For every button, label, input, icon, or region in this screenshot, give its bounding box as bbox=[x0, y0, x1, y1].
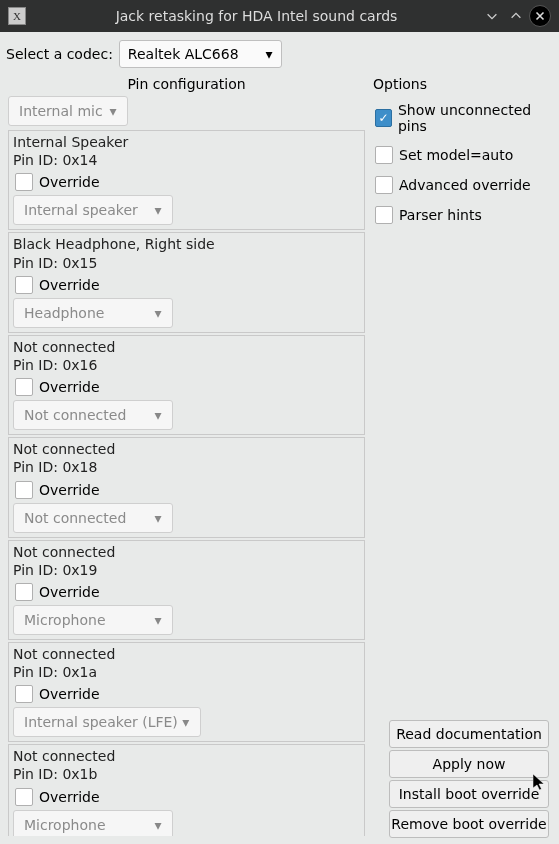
pin-id: Pin ID: 0x15 bbox=[13, 254, 360, 272]
chevron-down-icon: ▾ bbox=[150, 817, 166, 833]
pin-name: Not connected bbox=[13, 440, 360, 458]
override-row: Override bbox=[13, 579, 360, 605]
option-row: Advanced override bbox=[373, 170, 555, 200]
pin-select[interactable]: Not connected▾ bbox=[13, 503, 173, 533]
chevron-down-icon: ▾ bbox=[150, 407, 166, 423]
pin-id: Pin ID: 0x1b bbox=[13, 765, 360, 783]
install-override-button[interactable]: Install boot override bbox=[389, 780, 549, 808]
pin-name: Not connected bbox=[13, 338, 360, 356]
override-row: Override bbox=[13, 477, 360, 503]
override-checkbox[interactable] bbox=[15, 481, 33, 499]
pin-select[interactable]: Headphone▾ bbox=[13, 298, 173, 328]
remove-override-button[interactable]: Remove boot override bbox=[389, 810, 549, 838]
chevron-down-icon: ▾ bbox=[150, 305, 166, 321]
chevron-down-icon bbox=[485, 9, 499, 23]
option-checkbox[interactable] bbox=[375, 146, 393, 164]
pin-box: Not connectedPin ID: 0x1bOverrideMicroph… bbox=[8, 744, 365, 836]
pin-select-prev[interactable]: Internal mic ▾ bbox=[8, 96, 128, 126]
options-title: Options bbox=[373, 76, 555, 96]
content-area: Select a codec: Realtek ALC668 ▾ Pin con… bbox=[0, 32, 559, 844]
codec-row: Select a codec: Realtek ALC668 ▾ bbox=[4, 36, 555, 76]
option-label: Parser hints bbox=[399, 207, 482, 223]
chevron-down-icon: ▾ bbox=[150, 510, 166, 526]
option-row: Show unconnected pins bbox=[373, 96, 555, 140]
override-label: Override bbox=[39, 277, 100, 293]
pin-box: Not connectedPin ID: 0x19OverrideMicroph… bbox=[8, 540, 365, 640]
option-checkbox[interactable] bbox=[375, 206, 393, 224]
pin-id: Pin ID: 0x1a bbox=[13, 663, 360, 681]
option-row: Parser hints bbox=[373, 200, 555, 230]
override-row: Override bbox=[13, 681, 360, 707]
chevron-down-icon: ▾ bbox=[150, 202, 166, 218]
override-row: Override bbox=[13, 374, 360, 400]
option-label: Advanced override bbox=[399, 177, 531, 193]
pin-select[interactable]: Internal speaker (LFE)▾ bbox=[13, 707, 201, 737]
override-checkbox[interactable] bbox=[15, 583, 33, 601]
pin-name: Not connected bbox=[13, 543, 360, 561]
close-button[interactable] bbox=[529, 5, 551, 27]
pin-id: Pin ID: 0x14 bbox=[13, 151, 360, 169]
pin-id: Pin ID: 0x19 bbox=[13, 561, 360, 579]
pin-select[interactable]: Microphone▾ bbox=[13, 810, 173, 836]
pin-box: Internal SpeakerPin ID: 0x14OverrideInte… bbox=[8, 130, 365, 230]
pin-config-title: Pin configuration bbox=[4, 76, 369, 96]
override-label: Override bbox=[39, 584, 100, 600]
override-label: Override bbox=[39, 482, 100, 498]
override-label: Override bbox=[39, 379, 100, 395]
codec-label: Select a codec: bbox=[6, 46, 113, 62]
pin-select[interactable]: Not connected▾ bbox=[13, 400, 173, 430]
pin-select-value: Internal speaker (LFE) bbox=[24, 714, 178, 730]
override-checkbox[interactable] bbox=[15, 276, 33, 294]
pin-name: Not connected bbox=[13, 645, 360, 663]
chevron-down-icon: ▾ bbox=[178, 714, 194, 730]
chevron-up-icon bbox=[509, 9, 523, 23]
pin-box: Not connectedPin ID: 0x1aOverrideInterna… bbox=[8, 642, 365, 742]
option-checkbox[interactable] bbox=[375, 109, 392, 127]
pin-name: Not connected bbox=[13, 747, 360, 765]
override-label: Override bbox=[39, 174, 100, 190]
option-row: Set model=auto bbox=[373, 140, 555, 170]
pin-box: Black Headphone, Right sidePin ID: 0x15O… bbox=[8, 232, 365, 332]
pin-id: Pin ID: 0x18 bbox=[13, 458, 360, 476]
close-icon bbox=[533, 9, 547, 23]
pin-select-value: Not connected bbox=[24, 407, 126, 423]
override-label: Override bbox=[39, 789, 100, 805]
override-checkbox[interactable] bbox=[15, 788, 33, 806]
pin-select-value: Microphone bbox=[24, 612, 106, 628]
override-label: Override bbox=[39, 686, 100, 702]
pin-box: Not connectedPin ID: 0x18OverrideNot con… bbox=[8, 437, 365, 537]
pin-select-value: Not connected bbox=[24, 510, 126, 526]
override-row: Override bbox=[13, 272, 360, 298]
chevron-down-icon: ▾ bbox=[105, 103, 121, 119]
pin-box: Not connectedPin ID: 0x16OverrideNot con… bbox=[8, 335, 365, 435]
read-docs-button[interactable]: Read documentation bbox=[389, 720, 549, 748]
pin-id: Pin ID: 0x16 bbox=[13, 356, 360, 374]
pin-select-value: Headphone bbox=[24, 305, 104, 321]
override-row: Override bbox=[13, 784, 360, 810]
pin-name: Internal Speaker bbox=[13, 133, 360, 151]
titlebar: X Jack retasking for HDA Intel sound car… bbox=[0, 0, 559, 32]
pin-select-value: Microphone bbox=[24, 817, 106, 833]
pin-select[interactable]: Internal speaker▾ bbox=[13, 195, 173, 225]
minimize-button[interactable] bbox=[481, 5, 503, 27]
override-checkbox[interactable] bbox=[15, 173, 33, 191]
app-icon: X bbox=[8, 7, 26, 25]
window-title: Jack retasking for HDA Intel sound cards bbox=[34, 8, 479, 24]
pin-select-value: Internal speaker bbox=[24, 202, 138, 218]
pin-select-prev-value: Internal mic bbox=[19, 103, 103, 119]
option-label: Set model=auto bbox=[399, 147, 513, 163]
chevron-down-icon: ▾ bbox=[249, 46, 273, 62]
override-row: Override bbox=[13, 169, 360, 195]
option-checkbox[interactable] bbox=[375, 176, 393, 194]
codec-value: Realtek ALC668 bbox=[128, 46, 239, 62]
apply-button[interactable]: Apply now bbox=[389, 750, 549, 778]
option-label: Show unconnected pins bbox=[398, 102, 553, 134]
codec-select[interactable]: Realtek ALC668 ▾ bbox=[119, 40, 282, 68]
maximize-button[interactable] bbox=[505, 5, 527, 27]
override-checkbox[interactable] bbox=[15, 685, 33, 703]
override-checkbox[interactable] bbox=[15, 378, 33, 396]
pin-name: Black Headphone, Right side bbox=[13, 235, 360, 253]
chevron-down-icon: ▾ bbox=[150, 612, 166, 628]
pin-select[interactable]: Microphone▾ bbox=[13, 605, 173, 635]
action-buttons: Read documentation Apply now Install boo… bbox=[389, 720, 549, 838]
